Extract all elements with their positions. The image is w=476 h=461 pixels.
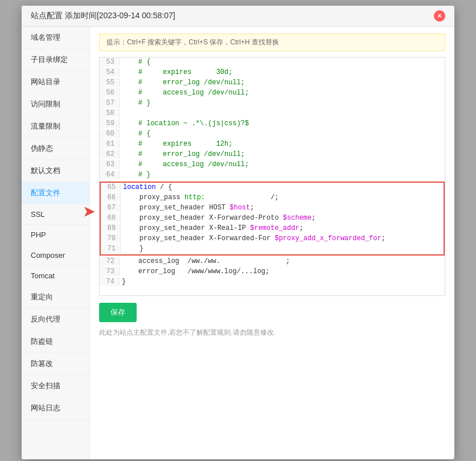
sidebar-item-php[interactable]: PHP: [22, 225, 89, 245]
code-line-70: 70 proxy_set_header X-Forwarded-For $pro…: [101, 234, 444, 244]
modal-overlay: 站点配置 添加时间[2023-09-14 00:58:07] × 域名管理 子目…: [0, 0, 476, 461]
code-line-58: 58: [100, 109, 445, 119]
code-editor[interactable]: 53 # { 54 # expires 30d; 55 # error_log …: [99, 57, 445, 296]
modal-container: 站点配置 添加时间[2023-09-14 00:58:07] × 域名管理 子目…: [22, 6, 454, 459]
footer-note: 此处为站点主配置文件,若您不了解配置规则,请勿随意修改.: [99, 328, 445, 337]
sidebar-item-access[interactable]: 访问限制: [22, 93, 89, 116]
code-line-68: 68 proxy_set_header X-Forwarded-Proto $s…: [101, 213, 444, 224]
sidebar-item-traffic[interactable]: 流量限制: [22, 116, 89, 138]
modal-title: 站点配置 添加时间[2023-09-14 00:58:07]: [31, 11, 427, 21]
sidebar-item-hotlink[interactable]: 防盗链: [22, 331, 89, 353]
sidebar-item-ssl[interactable]: SSL: [22, 204, 89, 225]
sidebar-item-subdir[interactable]: 子目录绑定: [22, 49, 89, 71]
sidebar-item-default-doc[interactable]: 默认文档: [22, 160, 89, 182]
code-line-66: 66 proxy_pass http: /;: [101, 193, 444, 203]
sidebar-item-rewrite[interactable]: 伪静态: [22, 138, 89, 160]
sidebar-item-redirect[interactable]: 重定向: [22, 286, 89, 308]
code-line-59: 59 # location ~ .*\.(js|css)?$: [100, 119, 445, 129]
code-line-55: 55 # error_log /dev/null;: [100, 78, 445, 88]
main-content: 提示：Ctrl+F 搜索关键字，Ctrl+S 保存，Ctrl+H 查找替换 53…: [90, 27, 454, 459]
arrow-indicator: ➤: [83, 204, 95, 220]
code-line-62: 62 # error_log /dev/null;: [100, 150, 445, 160]
sidebar-item-reverse-proxy[interactable]: 反向代理: [22, 308, 89, 331]
sidebar-item-security-scan[interactable]: 安全扫描: [22, 375, 89, 397]
sidebar-item-tamper[interactable]: 防篡改: [22, 353, 89, 375]
code-line-67: 67 proxy_set_header HOST $host;: [101, 203, 444, 213]
sidebar-item-domain[interactable]: 域名管理: [22, 27, 89, 49]
code-line-61: 61 # expires 12h;: [100, 139, 445, 150]
sidebar-item-tomcat[interactable]: Tomcat: [22, 266, 89, 286]
code-line-73: 73 error_log /www/www.log/...log;: [100, 267, 445, 277]
code-line-72: 72 access_log /ww./ww. ;: [100, 257, 445, 267]
sidebar-item-webdir[interactable]: 网站目录: [22, 71, 89, 93]
hint-bar: 提示：Ctrl+F 搜索关键字，Ctrl+S 保存，Ctrl+H 查找替换: [99, 34, 445, 51]
code-line-54: 54 # expires 30d;: [100, 68, 445, 78]
save-button[interactable]: 保存: [99, 303, 137, 322]
sidebar: 域名管理 子目录绑定 网站目录 访问限制 流量限制 伪静态 默认文档 配置文件 …: [22, 27, 90, 459]
modal-body: 域名管理 子目录绑定 网站目录 访问限制 流量限制 伪静态 默认文档 配置文件 …: [22, 27, 454, 459]
code-line-71: 71 }: [101, 244, 444, 254]
sidebar-item-composer[interactable]: Composer: [22, 245, 89, 266]
sidebar-item-config[interactable]: 配置文件: [22, 182, 89, 204]
modal-header: 站点配置 添加时间[2023-09-14 00:58:07] ×: [22, 6, 454, 27]
close-button[interactable]: ×: [434, 10, 445, 22]
code-line-63: 63 # access_log /dev/null;: [100, 160, 445, 170]
code-line-53: 53 # {: [100, 57, 445, 68]
code-line-69: 69 proxy_set_header X-Real-IP $remote_ad…: [101, 224, 444, 234]
code-line-74: 74 }: [100, 277, 445, 287]
sidebar-item-site-log[interactable]: 网站日志: [22, 397, 89, 419]
code-line-56: 56 # access_log /dev/null;: [100, 88, 445, 98]
code-line-64: 64 # }: [100, 170, 445, 180]
code-line-57: 57 # }: [100, 98, 445, 109]
code-line-65: 65 location / {: [101, 183, 444, 193]
code-line-60: 60 # {: [100, 129, 445, 139]
hint-text: 提示：Ctrl+F 搜索关键字，Ctrl+S 保存，Ctrl+H 查找替换: [106, 38, 279, 46]
